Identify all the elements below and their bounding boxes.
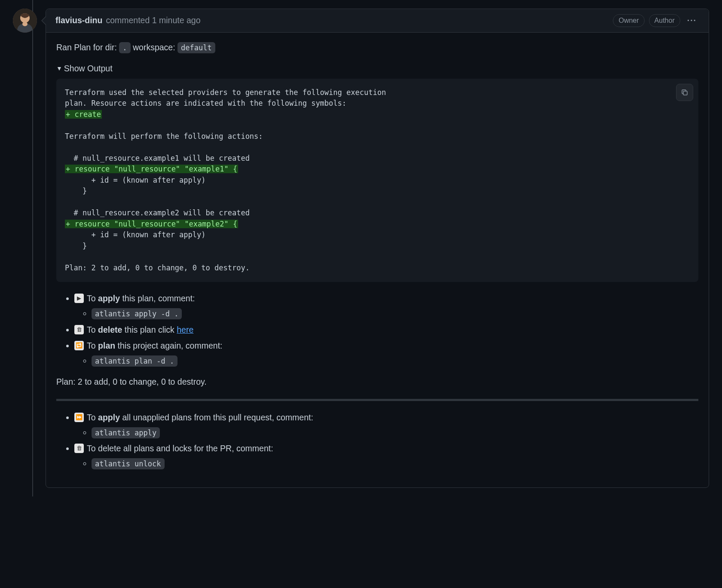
comment-meta: commented 1 minute ago [106,14,200,27]
list-item: 🔁 To plan this project again, comment: a… [74,340,698,368]
plan-cmd: atlantis plan -d . [92,355,177,367]
comment-container: flavius-dinu commented 1 minute ago Owne… [46,9,709,488]
apply-cmd: atlantis apply -d . [92,308,182,319]
trash-icon: 🗑 [74,444,84,453]
trash-icon: 🗑 [74,325,84,334]
delete-link[interactable]: here [177,325,193,334]
svg-rect-4 [683,91,687,95]
copy-button[interactable] [676,84,693,101]
play-icon: ▶ [74,294,84,303]
repeat-icon: 🔁 [74,341,84,350]
list-item: ▶ To apply this plan, comment: atlantis … [74,292,698,320]
dir-code: . [119,42,130,53]
list-item: atlantis plan -d . [92,355,698,367]
list-item: ⏩ To apply all unapplied plans from this… [74,411,698,439]
owner-badge: Owner [613,14,644,27]
svg-point-3 [22,22,28,26]
show-output-toggle[interactable]: ▼ Show Output [56,62,698,75]
list-item: 🗑 To delete this plan click here [74,324,698,336]
footer-instruction-list: ⏩ To apply all unapplied plans from this… [56,411,698,470]
kebab-menu-icon[interactable]: ··· [685,14,699,27]
terraform-output: Terraform used the selected providers to… [56,79,698,282]
fast-forward-icon: ⏩ [74,413,84,422]
workspace-code: default [177,42,215,53]
comment-header: flavius-dinu commented 1 minute ago Owne… [46,9,709,33]
timeline-line [32,0,33,496]
plan-summary-line: Ran Plan for dir: . workspace: default [56,41,698,54]
unlock-cmd: atlantis unlock [92,458,165,469]
avatar[interactable] [13,9,37,33]
instruction-list: ▶ To apply this plan, comment: atlantis … [56,292,698,367]
copy-icon [681,89,688,96]
apply-all-cmd: atlantis apply [92,427,160,438]
divider [56,399,698,401]
list-item: atlantis apply [92,426,698,439]
author-username[interactable]: flavius-dinu [55,14,102,27]
list-item: atlantis apply -d . [92,307,698,320]
list-item: atlantis unlock [92,457,698,470]
disclosure-triangle-icon: ▼ [56,64,62,73]
comment-body: Ran Plan for dir: . workspace: default ▼… [46,33,709,487]
author-badge: Author [649,14,680,27]
list-item: 🗑 To delete all plans and locks for the … [74,442,698,470]
plan-total-line: Plan: 2 to add, 0 to change, 0 to destro… [56,376,698,388]
